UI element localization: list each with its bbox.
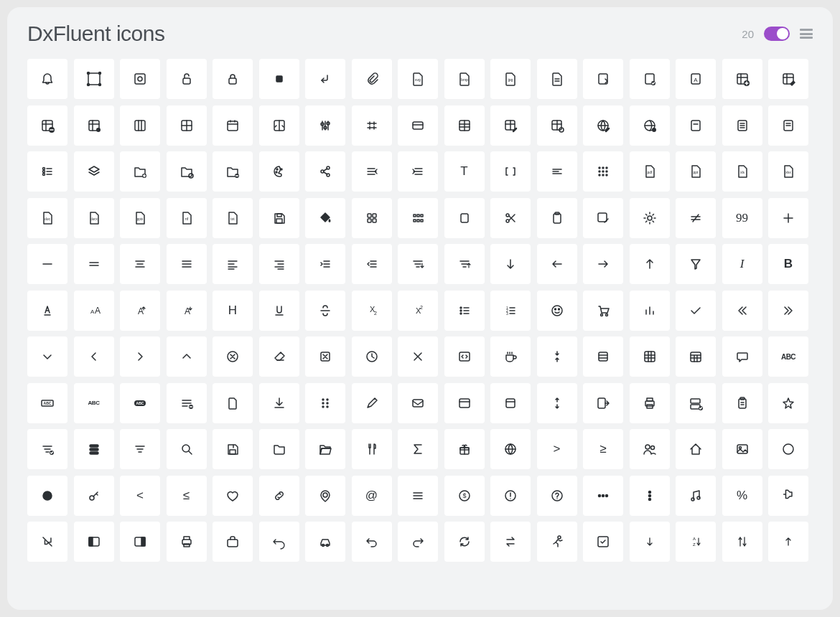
- plus-icon[interactable]: [768, 198, 808, 238]
- pencil-icon[interactable]: [352, 383, 392, 423]
- window-icon[interactable]: [444, 383, 485, 423]
- abc-icon[interactable]: ABC: [768, 336, 808, 377]
- underline-icon[interactable]: [259, 291, 299, 331]
- arrow-left-lines-icon[interactable]: [398, 151, 438, 192]
- x-square-icon[interactable]: [305, 336, 345, 377]
- key-icon[interactable]: [74, 476, 114, 516]
- clipboard-list-icon[interactable]: [722, 383, 762, 423]
- paint-bucket-icon[interactable]: [305, 198, 345, 238]
- subscript-icon[interactable]: X2: [352, 291, 392, 331]
- stack-icon[interactable]: [583, 336, 623, 377]
- globe-icon[interactable]: [490, 429, 531, 469]
- file-xlsx-icon[interactable]: xlsx: [768, 151, 808, 192]
- select-icon[interactable]: [74, 59, 114, 99]
- file-ppt-icon[interactable]: ppt: [676, 151, 716, 192]
- face-icon[interactable]: [537, 291, 577, 331]
- file-svg-icon[interactable]: svg: [398, 59, 438, 99]
- lock-icon[interactable]: [213, 59, 253, 99]
- abc-pill-icon[interactable]: ABC: [120, 383, 160, 423]
- card-icon[interactable]: [398, 105, 438, 146]
- hamburger-icon[interactable]: [167, 244, 207, 284]
- grid-2x2-icon[interactable]: [352, 198, 392, 238]
- note-icon[interactable]: [676, 105, 716, 146]
- code-box-icon[interactable]: [444, 336, 485, 377]
- file-jpg-icon[interactable]: jpg: [490, 59, 531, 99]
- bell-icon[interactable]: [27, 59, 67, 99]
- cart-icon[interactable]: [583, 291, 623, 331]
- grid-plus-icon[interactable]: [722, 59, 762, 99]
- keypad-icon[interactable]: [583, 151, 623, 192]
- file-txt-icon[interactable]: txt: [213, 198, 253, 238]
- help-icon[interactable]: [537, 476, 577, 516]
- equals-icon[interactable]: [74, 244, 114, 284]
- globe-edit-icon[interactable]: [583, 105, 623, 146]
- rows-icon[interactable]: [74, 429, 114, 469]
- bounding-box-icon[interactable]: [120, 59, 160, 99]
- table-edit-icon[interactable]: [490, 105, 531, 146]
- less-eq-icon[interactable]: ≤: [167, 476, 207, 516]
- gear-icon[interactable]: [630, 198, 670, 238]
- folder-plus-icon[interactable]: [120, 151, 160, 192]
- arrow-left-icon[interactable]: [537, 244, 577, 284]
- abc-box-icon[interactable]: ABC: [27, 383, 67, 423]
- stop-icon[interactable]: [259, 59, 299, 99]
- menu-icon[interactable]: [800, 29, 813, 39]
- down-sm-icon[interactable]: [630, 522, 670, 562]
- chevrons-left-icon[interactable]: [722, 291, 762, 331]
- italic-icon[interactable]: I: [722, 244, 762, 284]
- swap-icon[interactable]: [490, 522, 531, 562]
- text-t-icon[interactable]: T: [444, 151, 485, 192]
- font-down-icon[interactable]: A: [167, 291, 207, 331]
- up-sm-icon[interactable]: [768, 522, 808, 562]
- file-icon[interactable]: [537, 59, 577, 99]
- print-icon[interactable]: [167, 522, 207, 562]
- music-icon[interactable]: [676, 476, 716, 516]
- running-icon[interactable]: [537, 522, 577, 562]
- brackets-icon[interactable]: [490, 151, 531, 192]
- users-icon[interactable]: [630, 429, 670, 469]
- measure-icon[interactable]: [352, 105, 392, 146]
- list-minus-icon[interactable]: [167, 383, 207, 423]
- grid-3x3-icon[interactable]: [630, 336, 670, 377]
- file-a-icon[interactable]: A: [676, 59, 716, 99]
- unlock-icon[interactable]: [167, 59, 207, 99]
- superscript-icon[interactable]: X2: [398, 291, 438, 331]
- chevrons-right-icon[interactable]: [768, 291, 808, 331]
- x-circle-icon[interactable]: [213, 336, 253, 377]
- edit-box-icon[interactable]: [583, 198, 623, 238]
- folder-icon[interactable]: [259, 429, 299, 469]
- greater-eq-icon[interactable]: ≥: [583, 429, 623, 469]
- file-pdf-icon[interactable]: pdf: [630, 151, 670, 192]
- grid-date-icon[interactable]: [213, 105, 253, 146]
- alert-icon[interactable]: [490, 476, 531, 516]
- undo-icon[interactable]: [259, 522, 299, 562]
- grid-settings-icon[interactable]: [74, 105, 114, 146]
- exit-icon[interactable]: [583, 383, 623, 423]
- minus-icon[interactable]: [27, 244, 67, 284]
- undo-alt-icon[interactable]: [352, 522, 392, 562]
- globe-check-icon[interactable]: [630, 105, 670, 146]
- note-lines-icon[interactable]: [722, 105, 762, 146]
- view-toggle[interactable]: [764, 27, 790, 41]
- checklist-icon[interactable]: [27, 151, 67, 192]
- grid-split-icon[interactable]: [167, 105, 207, 146]
- check-square-icon[interactable]: [583, 522, 623, 562]
- mail-icon[interactable]: [398, 383, 438, 423]
- pin-icon[interactable]: [305, 476, 345, 516]
- at-icon[interactable]: @: [352, 476, 392, 516]
- circle-icon[interactable]: [768, 429, 808, 469]
- folder-gear-icon[interactable]: [167, 151, 207, 192]
- sigma-icon[interactable]: [398, 429, 438, 469]
- text-center-icon[interactable]: [120, 244, 160, 284]
- comment-icon[interactable]: [722, 336, 762, 377]
- bullets-icon[interactable]: [444, 291, 485, 331]
- check-icon[interactable]: [676, 291, 716, 331]
- note-page-icon[interactable]: [768, 105, 808, 146]
- utensils-icon[interactable]: [352, 429, 392, 469]
- rect-icon[interactable]: [444, 198, 485, 238]
- briefcase-icon[interactable]: [213, 522, 253, 562]
- document-icon[interactable]: [213, 383, 253, 423]
- align-right-icon[interactable]: [259, 244, 299, 284]
- scissors-icon[interactable]: [490, 198, 531, 238]
- font-size-icon[interactable]: AA: [74, 291, 114, 331]
